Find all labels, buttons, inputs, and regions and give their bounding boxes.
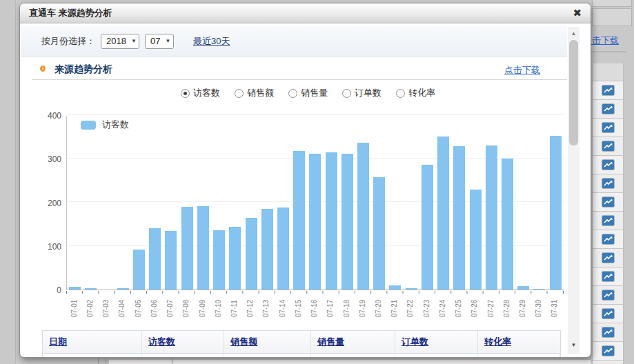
x-axis-label: 07-10 (210, 295, 226, 324)
bar-07-30 (533, 289, 545, 290)
x-axis-label: 07-19 (355, 295, 370, 324)
table-sort-link-4[interactable]: 订单数 (402, 336, 428, 348)
background-table-row (593, 212, 623, 230)
bar-slot (371, 177, 387, 290)
table-cell-partial (43, 354, 142, 358)
legend-label: 访客数 (102, 119, 129, 131)
year-select[interactable]: 2018 ▼ (101, 34, 139, 49)
trend-chart-icon[interactable] (602, 122, 615, 133)
bar-07-13 (261, 209, 273, 290)
x-axis-label: 07-25 (450, 295, 466, 324)
bar-07-15 (293, 151, 305, 290)
background-grid-line (98, 358, 99, 364)
trend-chart-icon[interactable] (602, 252, 615, 263)
radio-label: 转化率 (408, 87, 435, 99)
table-sort-link-1[interactable]: 访客数 (148, 336, 175, 348)
bar-slot (163, 231, 179, 290)
bar-slot (227, 227, 243, 290)
background-table-row (593, 137, 623, 156)
x-axis-label: 07-27 (483, 295, 499, 324)
bar-slot (515, 286, 531, 290)
bar-07-22 (406, 288, 417, 290)
trend-chart-icon[interactable] (602, 345, 615, 356)
table-header-cell: 销售额 (224, 331, 311, 353)
trend-chart-icon[interactable] (602, 141, 615, 152)
x-axis-label: 07-05 (130, 295, 146, 324)
month-select[interactable]: 07 ▼ (145, 34, 174, 49)
bar-slot (419, 165, 435, 290)
x-axis-label: 07-23 (419, 295, 435, 324)
background-icon-column (592, 63, 624, 364)
background-divider (591, 51, 626, 52)
table-sort-link-0[interactable]: 日期 (49, 336, 67, 348)
trend-chart-icon[interactable] (602, 215, 615, 226)
bar-07-18 (341, 154, 353, 290)
background-table-row (593, 174, 623, 193)
legend-swatch (81, 121, 96, 130)
section-title: 来源趋势分析 (55, 63, 112, 76)
x-axis-label: 07-12 (242, 295, 258, 324)
table-header-cell: 日期 (43, 331, 142, 353)
trend-chart-icon[interactable] (602, 290, 615, 301)
table-sort-link-3[interactable]: 销售量 (317, 336, 344, 348)
chevron-down-icon: ▼ (131, 38, 137, 44)
trend-chart-icon[interactable] (602, 234, 615, 245)
metric-radio-1[interactable]: 销售额 (235, 87, 274, 99)
x-axis-label: 07-03 (98, 295, 114, 324)
radio-button-icon[interactable] (181, 89, 190, 98)
scrollbar-thumb[interactable] (569, 40, 578, 145)
background-table-row (593, 156, 623, 174)
trend-chart-icon[interactable] (602, 327, 615, 338)
bar-07-23 (422, 165, 433, 290)
x-axis-label: 07-29 (515, 295, 531, 324)
bar-07-08 (181, 207, 193, 290)
table-cell-partial (311, 354, 395, 358)
bar-slot (548, 136, 564, 290)
close-icon[interactable]: ✖ (573, 6, 582, 20)
scroll-up-icon[interactable]: ▲ (568, 29, 579, 39)
download-link[interactable]: 点击下载 (504, 64, 540, 77)
radio-button-icon[interactable] (235, 89, 244, 98)
bar-slot (324, 152, 339, 290)
radio-button-icon[interactable] (288, 89, 297, 98)
x-axis-label: 07-17 (323, 295, 339, 324)
bar-07-04 (117, 288, 129, 290)
background-cell (592, 8, 632, 26)
background-table-header (593, 63, 623, 81)
month-filter-label: 按月份选择： (41, 35, 95, 48)
table-cell-partial (395, 354, 478, 358)
trend-chart-icon[interactable] (602, 178, 615, 189)
recent-30-days-link[interactable]: 最近30天 (193, 35, 230, 48)
trend-chart-icon[interactable] (602, 103, 615, 114)
table-sort-link-2[interactable]: 销售额 (230, 336, 257, 348)
radio-button-icon[interactable] (396, 89, 405, 98)
data-table-row-partial (42, 354, 561, 358)
trend-chart-icon[interactable] (602, 159, 615, 170)
x-axis-label: 07-11 (226, 295, 242, 324)
bar-slot (179, 207, 195, 290)
trend-chart-icon[interactable] (602, 196, 615, 208)
metric-radio-3[interactable]: 订单数 (342, 87, 382, 99)
dialog-title: 直通车 来源趋势分析 (29, 7, 112, 19)
bar-slot (211, 230, 227, 290)
x-axis-label: 07-02 (82, 295, 98, 324)
radio-button-icon[interactable] (342, 89, 351, 98)
metric-radio-0[interactable]: 访客数 (181, 87, 220, 99)
scroll-down-icon[interactable]: ▼ (568, 341, 579, 350)
background-table-row (593, 323, 623, 342)
metric-radio-4[interactable]: 转化率 (396, 87, 435, 99)
table-sort-link-5[interactable]: 转化率 (484, 336, 511, 348)
trend-chart-icon[interactable] (602, 85, 615, 96)
radio-label: 访客数 (193, 87, 220, 99)
background-table-row (593, 81, 623, 100)
background-table-row (593, 100, 623, 119)
bar-slot (259, 209, 275, 290)
x-axis-label: 07-18 (339, 295, 355, 324)
bar-07-11 (229, 227, 241, 290)
bar-07-24 (437, 136, 449, 290)
metric-radio-2[interactable]: 销售量 (288, 87, 328, 99)
bar-07-21 (389, 285, 401, 290)
dialog-scrollbar[interactable]: ▲ ▼ (568, 27, 579, 354)
trend-chart-icon[interactable] (602, 271, 615, 282)
trend-chart-icon[interactable] (602, 308, 615, 319)
